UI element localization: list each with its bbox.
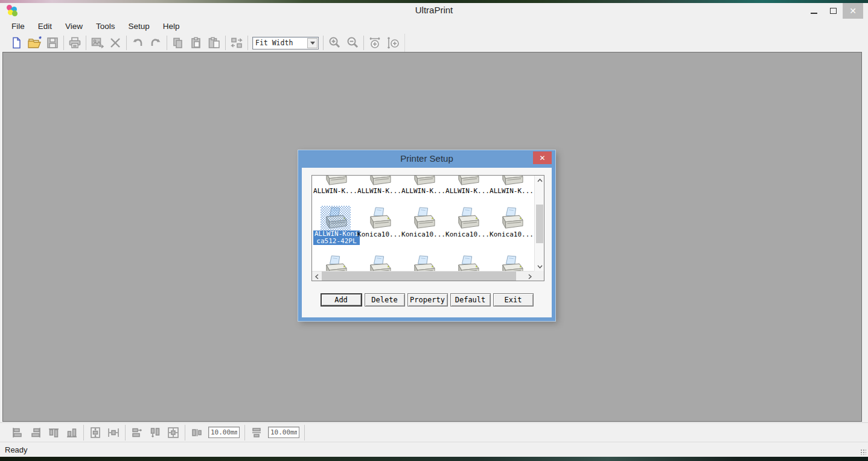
zoom-in-icon [328,36,341,49]
dialog-close-icon: ✕ [539,154,545,162]
open-button[interactable] [25,35,43,51]
insert-image-button[interactable] [88,35,106,51]
close-button[interactable]: ✕ [843,3,863,19]
align-top-button[interactable] [45,425,63,440]
add-button[interactable]: Add [321,293,362,307]
toolbar-separator [244,425,245,440]
scroll-right-icon[interactable] [525,272,534,281]
vertical-spacing-button[interactable] [247,425,266,440]
align-edge-bottom-button[interactable] [146,425,164,440]
printer-setup-dialog: Printer Setup ✕ ALLWIN-K... ALLWIN-K... [298,150,555,321]
align-right-button[interactable] [27,425,45,440]
center-both-button[interactable] [164,425,182,440]
menubar: File Edit View Tools Setup Help [0,19,868,34]
printer-item[interactable]: Konica10... [490,207,534,238]
minimize-button[interactable] [804,3,823,19]
printer-item[interactable]: Konica10... [357,207,401,238]
align-bottom-button[interactable] [63,425,81,440]
menu-setup[interactable]: Setup [122,20,156,33]
save-button[interactable] [43,35,62,51]
printer-item[interactable] [313,255,357,271]
fit-height-zoom-icon [386,36,400,49]
fit-height-zoom-button[interactable] [384,35,402,51]
printer-item[interactable]: ALLWIN-K... [445,176,490,195]
toolbar-separator [126,36,127,50]
exit-button[interactable]: Exit [493,293,534,307]
delete-x-icon [109,37,121,49]
alignment-toolbar [0,422,868,442]
swap-layers-button[interactable] [228,35,246,51]
printer-item[interactable]: Konica10... [401,207,445,238]
toolbar-separator [63,36,64,50]
paste-special-button[interactable] [205,35,223,51]
printer-icon [366,176,394,186]
menu-view[interactable]: View [59,20,89,33]
vertical-scrollbar-thumb[interactable] [536,205,543,243]
menu-help[interactable]: Help [156,20,187,33]
printer-item[interactable]: ALLWIN-K... [490,176,534,195]
dialog-close-button[interactable]: ✕ [533,151,552,164]
printer-item[interactable]: ALLWIN-K... [401,176,445,195]
default-button[interactable]: Default [450,293,491,307]
fit-width-zoom-button[interactable] [366,35,384,51]
printer-label: Konica10... [401,230,445,238]
printer-item-selected[interactable]: ALLWIN-Koni ca512-42PL [313,207,357,246]
window-controls: ✕ [804,3,863,19]
printer-list[interactable]: ALLWIN-K... ALLWIN-K... ALLWIN-K... [311,175,544,281]
delete-printer-button[interactable]: Delete [365,293,405,307]
resize-grip[interactable] [860,449,866,455]
menu-file[interactable]: File [5,20,31,33]
insert-image-icon [91,37,104,49]
align-bottom-icon [66,427,78,439]
copy-button[interactable] [169,35,187,51]
printer-item[interactable] [490,255,534,271]
printer-icon [498,255,526,271]
printer-label: ALLWIN-K... [401,187,445,195]
combobox-dropdown-arrow-icon[interactable] [307,38,318,48]
redo-button[interactable] [147,35,165,51]
horizontal-scrollbar[interactable] [312,271,534,281]
align-edge-right-button[interactable] [128,425,146,440]
center-page-vertical-button[interactable] [86,425,104,440]
window-title: UltraPrint [0,5,868,15]
maximize-button[interactable] [823,3,843,19]
printer-item[interactable]: ALLWIN-K... [357,176,401,195]
scroll-up-icon[interactable] [535,176,544,185]
horizontal-scrollbar-thumb[interactable] [322,272,516,281]
zoom-out-button[interactable] [343,35,362,51]
dialog-panel: ALLWIN-K... ALLWIN-K... ALLWIN-K... [302,168,552,317]
toolbar-separator [363,36,364,50]
vertical-spacing-input[interactable] [268,427,299,438]
zoom-mode-combobox[interactable]: Fit Width [252,37,319,49]
undo-button[interactable] [129,35,147,51]
open-folder-icon [27,36,42,49]
align-left-button[interactable] [8,425,27,440]
printer-label: Konica10... [357,230,401,238]
printer-item[interactable] [357,255,401,271]
scroll-left-icon[interactable] [312,272,321,281]
horizontal-spacing-input[interactable] [208,427,240,438]
zoom-in-button[interactable] [325,35,343,51]
menu-tools[interactable]: Tools [89,20,122,33]
printer-icon [366,255,394,271]
new-document-button[interactable] [7,35,25,51]
menu-edit[interactable]: Edit [31,20,59,33]
paste-icon [190,37,202,49]
delete-button[interactable] [106,35,124,51]
scroll-down-icon[interactable] [535,262,544,271]
printer-item[interactable] [445,255,490,271]
vertical-scrollbar[interactable] [534,176,544,271]
horizontal-spacing-button[interactable] [188,425,206,440]
printer-icon [410,207,438,230]
center-page-horizontal-button[interactable] [104,425,123,440]
printer-item[interactable] [401,255,445,271]
print-button[interactable] [66,35,84,51]
titlebar: UltraPrint ✕ [0,3,868,19]
printer-item[interactable]: Konica10... [445,207,490,238]
property-button[interactable]: Property [407,293,448,307]
redo-icon [149,37,162,49]
paste-special-icon [208,37,221,49]
paste-button[interactable] [187,35,205,51]
printer-item[interactable]: ALLWIN-K... [313,176,357,195]
fit-width-zoom-icon [368,36,382,49]
